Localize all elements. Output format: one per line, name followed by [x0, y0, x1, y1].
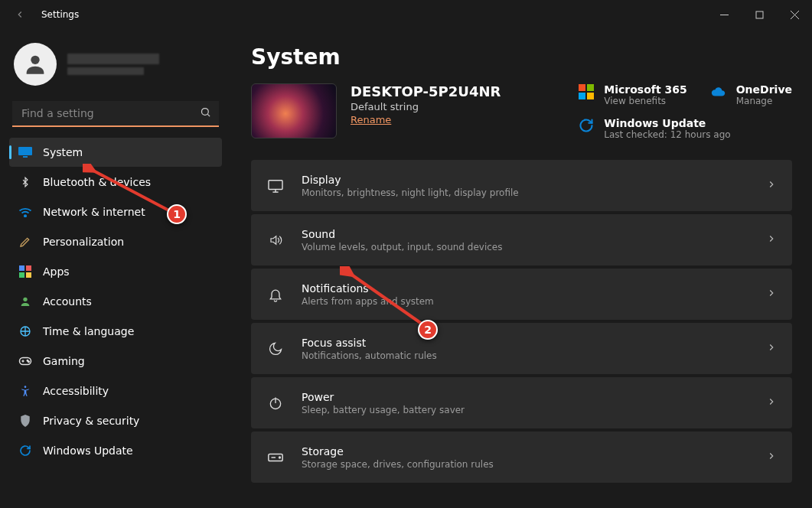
sidebar-item-gaming[interactable]: Gaming: [9, 347, 222, 376]
chevron-right-icon: [766, 341, 777, 356]
row-sub: Sleep, battery usage, battery saver: [302, 405, 749, 415]
settings-list: Display Monitors, brightness, night ligh…: [251, 160, 792, 483]
bell-icon: [266, 286, 285, 303]
profile-block[interactable]: [9, 38, 222, 93]
back-button[interactable]: [9, 4, 31, 25]
sidebar-item-apps[interactable]: Apps: [9, 257, 222, 286]
settings-row-focus-assist[interactable]: Focus assist Notifications, automatic ru…: [251, 323, 792, 374]
settings-row-notifications[interactable]: Notifications Alerts from apps and syste…: [251, 269, 792, 320]
device-name: DESKTOP-5P2U4NR: [351, 83, 501, 99]
sidebar-item-windows-update[interactable]: Windows Update: [9, 436, 222, 465]
gamepad-icon: [18, 354, 32, 368]
promo-sub: Manage: [736, 96, 792, 106]
svg-rect-12: [19, 272, 24, 278]
chevron-right-icon: [766, 287, 777, 301]
settings-row-display[interactable]: Display Monitors, brightness, night ligh…: [251, 160, 792, 211]
search-input[interactable]: [20, 106, 200, 120]
promo-microsoft-365[interactable]: Microsoft 365 View benefits: [578, 83, 686, 106]
device-summary: DESKTOP-5P2U4NR Default string Rename Mi…: [251, 83, 792, 140]
sidebar-item-accounts[interactable]: Accounts: [9, 287, 222, 316]
svg-rect-24: [269, 180, 282, 189]
sidebar-item-system[interactable]: System: [9, 138, 222, 167]
row-title: Display: [302, 174, 749, 186]
sidebar: System Bluetooth & devices Network & int…: [0, 29, 231, 508]
nav: System Bluetooth & devices Network & int…: [9, 138, 222, 465]
search-box[interactable]: [12, 101, 219, 127]
profile-email-redacted: [67, 67, 144, 75]
update-icon: [578, 117, 595, 134]
sidebar-item-label: Privacy & security: [43, 415, 139, 427]
row-sub: Notifications, automatic rules: [302, 350, 749, 361]
window-title: Settings: [41, 9, 79, 20]
row-title: Sound: [302, 228, 749, 240]
power-icon: [266, 396, 285, 411]
settings-row-sound[interactable]: Sound Volume levels, output, input, soun…: [251, 214, 792, 265]
sidebar-item-label: Accounts: [43, 295, 92, 308]
brush-icon: [18, 235, 32, 249]
sidebar-item-accessibility[interactable]: Accessibility: [9, 376, 222, 405]
promo-title: Microsoft 365: [604, 83, 686, 96]
avatar: [14, 43, 57, 86]
sidebar-item-label: Personalization: [43, 236, 124, 248]
sidebar-item-label: Gaming: [43, 355, 85, 367]
svg-rect-7: [18, 147, 32, 155]
settings-row-storage[interactable]: Storage Storage space, drives, configura…: [251, 431, 792, 483]
onedrive-icon: [710, 83, 727, 100]
chevron-right-icon: [766, 178, 777, 193]
title-bar: Settings: [0, 0, 812, 29]
svg-rect-22: [579, 93, 585, 99]
svg-point-9: [24, 215, 26, 217]
sidebar-item-label: Network & internet: [43, 206, 145, 218]
svg-point-5: [202, 109, 209, 116]
row-sub: Storage space, drives, configuration rul…: [302, 459, 749, 470]
bluetooth-icon: [18, 175, 32, 189]
rename-link[interactable]: Rename: [351, 114, 501, 125]
main-content: System DESKTOP-5P2U4NR Default string Re…: [231, 29, 812, 508]
window-close-button[interactable]: [777, 2, 812, 27]
sidebar-item-label: Apps: [43, 265, 70, 278]
wifi-icon: [18, 205, 32, 219]
settings-row-power[interactable]: Power Sleep, battery usage, battery save…: [251, 377, 792, 428]
svg-rect-8: [23, 156, 28, 158]
svg-line-6: [207, 114, 210, 116]
svg-point-19: [24, 386, 27, 388]
promo-sub: Last checked: 12 hours ago: [604, 129, 730, 140]
shield-icon: [18, 414, 32, 428]
storage-icon: [266, 451, 285, 464]
display-icon: [266, 179, 285, 193]
chevron-right-icon: [766, 396, 777, 410]
svg-rect-10: [19, 265, 24, 271]
accessibility-icon: [18, 384, 32, 398]
svg-rect-11: [26, 265, 31, 271]
sidebar-item-network-internet[interactable]: Network & internet: [9, 197, 222, 226]
sidebar-item-label: Bluetooth & devices: [43, 176, 151, 188]
profile-name-redacted: [67, 54, 159, 64]
promo-windows-update[interactable]: Windows Update Last checked: 12 hours ag…: [578, 117, 792, 140]
svg-point-14: [23, 298, 27, 301]
svg-point-30: [279, 457, 281, 458]
monitor-icon: [18, 145, 32, 159]
clock-globe-icon: [18, 324, 32, 338]
sidebar-item-personalization[interactable]: Personalization: [9, 227, 222, 256]
sidebar-item-label: Windows Update: [43, 444, 133, 457]
svg-point-18: [28, 361, 30, 363]
row-title: Storage: [302, 445, 749, 458]
sidebar-item-label: System: [43, 146, 83, 158]
page-title: System: [251, 44, 792, 70]
promo-tiles: Microsoft 365 View benefits OneDrive Man…: [578, 83, 792, 140]
sound-icon: [266, 233, 285, 247]
row-title: Power: [302, 391, 749, 403]
promo-title: OneDrive: [736, 83, 792, 96]
window-maximize-button[interactable]: [742, 2, 777, 27]
row-sub: Alerts from apps and system: [302, 296, 749, 307]
sidebar-item-bluetooth-devices[interactable]: Bluetooth & devices: [9, 168, 222, 197]
window-minimize-button[interactable]: [706, 2, 742, 27]
device-wallpaper-thumbnail[interactable]: [251, 83, 337, 138]
svg-rect-13: [26, 272, 31, 278]
chevron-right-icon: [766, 450, 777, 464]
sidebar-item-time-language[interactable]: Time & language: [9, 317, 222, 346]
search-icon: [200, 106, 211, 120]
promo-onedrive[interactable]: OneDrive Manage: [710, 83, 792, 106]
sidebar-item-privacy-security[interactable]: Privacy & security: [9, 406, 222, 435]
svg-rect-23: [587, 93, 594, 99]
